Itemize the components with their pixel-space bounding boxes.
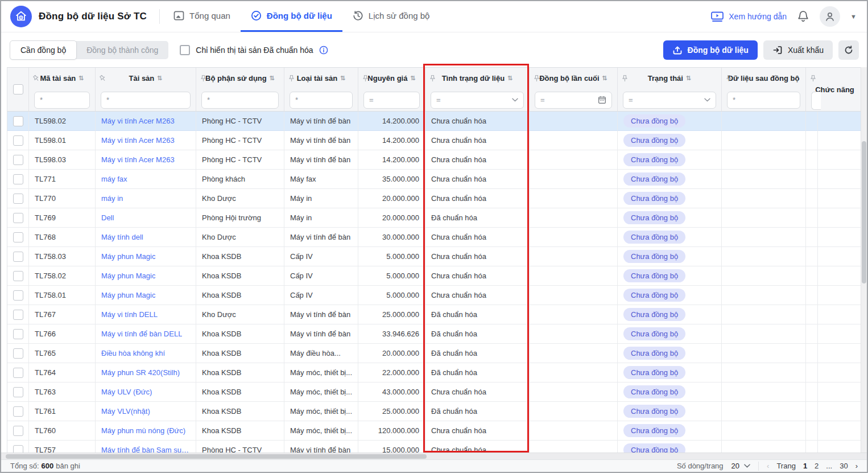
pagination: ‹ Trang 12...30 › <box>767 462 858 470</box>
filter-input-last_sync[interactable]: = <box>535 92 612 109</box>
sort-icon[interactable]: ⇅ <box>410 75 415 82</box>
asset-name-link[interactable]: Điều hòa không khí <box>101 349 165 357</box>
asset-name-link[interactable]: máy in <box>101 194 123 203</box>
pin-icon[interactable] <box>362 75 369 82</box>
view-guide-link[interactable]: Xem hướng dẫn <box>710 11 787 22</box>
asset-name-link[interactable]: Máy phun Magic <box>101 291 155 299</box>
standardized-only-checkbox[interactable] <box>180 45 190 55</box>
export-button[interactable]: Xuất khẩu <box>763 40 833 60</box>
page-button-2[interactable]: 2 <box>815 462 819 470</box>
status-badge: Chưa đồng bộ <box>623 405 685 418</box>
filter-input-dept[interactable]: * <box>201 92 279 109</box>
asset-name-link[interactable]: Máy vi tính DELL <box>101 310 158 319</box>
pin-icon[interactable] <box>100 75 106 82</box>
cell-price: 25.000.000 <box>358 402 425 421</box>
cell-type: Máy vi tính để bàn <box>284 324 358 344</box>
asset-name-link[interactable]: Máy phun Magic <box>101 252 155 261</box>
segment-sync-success[interactable]: Đồng bộ thành công <box>76 41 168 59</box>
page-button-30[interactable]: 30 <box>840 462 848 470</box>
tab-data-sync[interactable]: Đồng bộ dữ liệu <box>241 1 342 32</box>
filter-input-data_status[interactable]: = <box>431 92 524 109</box>
asset-name-link[interactable]: Dell <box>101 213 114 222</box>
actions-filter-input[interactable] <box>811 92 821 110</box>
row-checkbox[interactable] <box>13 213 23 223</box>
vertical-scrollbar-thumb[interactable] <box>862 141 866 283</box>
sort-icon[interactable]: ⇅ <box>340 75 345 82</box>
horizontal-scrollbar-thumb[interactable] <box>6 454 427 459</box>
asset-name-link[interactable]: Máy tính dell <box>101 233 143 241</box>
row-checkbox[interactable] <box>13 232 23 242</box>
pin-icon[interactable] <box>33 75 39 82</box>
asset-name-link[interactable]: máy fax <box>101 175 127 183</box>
cell-actions <box>818 189 863 208</box>
notification-bell-icon[interactable] <box>797 10 809 23</box>
row-checkbox[interactable] <box>13 252 23 262</box>
asset-name-link[interactable]: Máy vi tính Acer M263 <box>101 117 175 125</box>
row-checkbox[interactable] <box>13 329 23 339</box>
row-checkbox[interactable] <box>13 135 23 146</box>
prev-page-button[interactable]: ‹ <box>767 462 769 470</box>
cell-name: Máy vi tính Acer M263 <box>96 150 196 170</box>
tab-sync-history[interactable]: Lịch sử đồng bộ <box>342 1 440 32</box>
asset-name-link[interactable]: Máy VLV(nhật) <box>101 407 150 416</box>
rows-per-page-caret-icon[interactable] <box>744 464 750 468</box>
row-checkbox[interactable] <box>13 271 23 281</box>
info-icon[interactable] <box>319 46 328 55</box>
sort-icon[interactable]: ⇅ <box>270 75 275 82</box>
asset-name-link[interactable]: Máy vi tính Acer M263 <box>101 136 175 145</box>
page-button-1[interactable]: 1 <box>803 462 807 470</box>
filter-input-code[interactable]: * <box>34 92 90 109</box>
pin-icon[interactable] <box>534 75 540 82</box>
pin-icon[interactable] <box>200 75 206 82</box>
account-menu-caret-icon[interactable]: ▼ <box>850 13 857 20</box>
calendar-icon[interactable] <box>598 96 606 104</box>
sort-icon[interactable]: ⇅ <box>157 75 162 82</box>
row-checkbox[interactable] <box>13 174 23 184</box>
asset-name-link[interactable]: Máy phun SR 420(Stilh) <box>101 368 180 377</box>
sort-icon[interactable]: ⇅ <box>602 75 607 82</box>
cell-code: TL598.02 <box>29 112 96 131</box>
vertical-scrollbar[interactable] <box>861 67 867 453</box>
asset-name-link[interactable]: Máy phun Magic <box>101 272 155 280</box>
asset-name-link[interactable]: Máy vi tính để bàn DELL <box>101 330 182 338</box>
asset-name-link[interactable]: Máy phun mù nóng (Đức) <box>101 426 185 435</box>
user-avatar[interactable] <box>820 6 840 27</box>
sync-data-button[interactable]: Đồng bộ dữ liệu <box>663 40 758 60</box>
select-all-checkbox[interactable] <box>13 84 23 94</box>
cell-after_sync <box>722 305 806 324</box>
next-page-button[interactable]: › <box>855 462 858 470</box>
segment-need-sync[interactable]: Cần đồng bộ <box>10 40 77 60</box>
asset-name-link[interactable]: Máy ULV (Đức) <box>101 388 152 396</box>
row-checkbox[interactable] <box>13 348 23 359</box>
cell-type: Máy móc, thiết bị... <box>284 421 358 441</box>
row-checkbox[interactable] <box>13 116 23 126</box>
sort-icon[interactable]: ⇅ <box>686 75 691 82</box>
row-checkbox[interactable] <box>13 368 23 378</box>
filter-input-after_sync[interactable]: * <box>727 92 800 109</box>
filter-input-price[interactable]: = <box>363 92 420 109</box>
sort-icon[interactable]: ⇅ <box>78 75 84 82</box>
sort-icon[interactable]: ⇅ <box>507 75 512 82</box>
filter-input-type[interactable]: * <box>290 92 353 109</box>
cell-actions <box>818 421 863 441</box>
filter-input-name[interactable]: * <box>101 92 191 109</box>
row-checkbox[interactable] <box>13 406 23 417</box>
row-checkbox[interactable] <box>13 445 23 453</box>
row-checkbox[interactable] <box>13 310 23 320</box>
row-checkbox[interactable] <box>13 426 23 436</box>
asset-name-link[interactable]: Máy vi tính Acer M263 <box>101 155 175 164</box>
pin-icon[interactable] <box>429 75 436 82</box>
tab-overview[interactable]: Tổng quan <box>163 1 241 32</box>
row-checkbox[interactable] <box>13 155 23 165</box>
row-checkbox[interactable] <box>13 387 23 397</box>
refresh-button[interactable] <box>838 40 859 60</box>
asset-name-link[interactable]: Máy tính để bàn Sam sung(t <box>101 446 190 453</box>
rows-per-page-value[interactable]: 20 <box>731 462 739 470</box>
filter-input-sync_status[interactable]: = <box>623 92 716 109</box>
cell-code: TL757 <box>29 441 96 453</box>
row-checkbox[interactable] <box>13 290 23 301</box>
row-checkbox[interactable] <box>13 194 23 204</box>
pin-icon[interactable] <box>288 75 295 82</box>
pin-icon[interactable] <box>726 75 732 82</box>
pin-icon[interactable] <box>622 75 628 82</box>
